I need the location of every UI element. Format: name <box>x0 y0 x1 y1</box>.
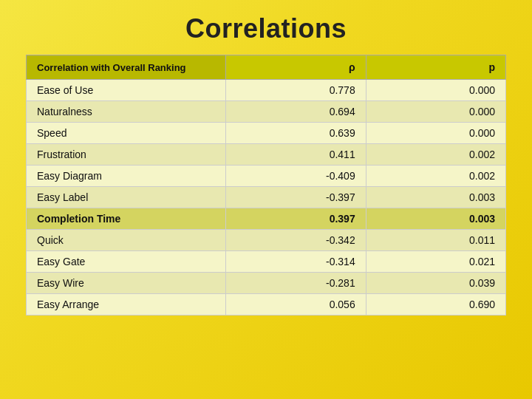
row-rho: -0.314 <box>226 251 366 273</box>
table-row: Easy Arrange0.0560.690 <box>27 294 506 316</box>
table-row: Completion Time0.3970.003 <box>27 208 506 230</box>
row-rho: -0.281 <box>226 273 366 294</box>
row-p: 0.000 <box>366 80 505 101</box>
table-row: Easy Wire-0.2810.039 <box>27 273 506 294</box>
row-p: 0.003 <box>366 187 505 208</box>
row-p: 0.000 <box>366 101 505 123</box>
row-label: Quick <box>27 230 226 251</box>
row-label: Ease of Use <box>27 80 226 101</box>
row-label: Easy Gate <box>27 251 226 273</box>
row-rho: 0.778 <box>226 80 366 101</box>
table-row: Easy Label-0.3970.003 <box>27 187 506 208</box>
table-row: Frustration0.4110.002 <box>27 144 506 166</box>
col-header-rho: ρ <box>226 55 366 80</box>
row-p: 0.021 <box>366 251 505 273</box>
row-p: 0.011 <box>366 230 505 251</box>
table-row: Ease of Use0.7780.000 <box>27 80 506 101</box>
row-rho: 0.411 <box>226 144 366 166</box>
table-row: Speed0.6390.000 <box>27 123 506 144</box>
table-row: Quick-0.3420.011 <box>27 230 506 251</box>
col-header-label: Correlation with Overall Ranking <box>27 55 226 80</box>
row-rho: 0.694 <box>226 101 366 123</box>
row-p: 0.039 <box>366 273 505 294</box>
row-label: Speed <box>27 123 226 144</box>
row-label: Naturalness <box>27 101 226 123</box>
row-rho: -0.409 <box>226 166 366 187</box>
row-rho: -0.342 <box>226 230 366 251</box>
row-rho: 0.639 <box>226 123 366 144</box>
page-title: Correlations <box>185 13 347 44</box>
table-row: Easy Gate-0.3140.021 <box>27 251 506 273</box>
row-label: Easy Wire <box>27 273 226 294</box>
row-rho: 0.056 <box>226 294 366 316</box>
row-p: 0.690 <box>366 294 505 316</box>
row-label: Frustration <box>27 144 226 166</box>
row-p: 0.002 <box>366 166 505 187</box>
correlations-table: Correlation with Overall Ranking ρ p Eas… <box>26 55 506 316</box>
row-p: 0.003 <box>366 208 505 230</box>
table-row: Naturalness0.6940.000 <box>27 101 506 123</box>
row-label: Easy Arrange <box>27 294 226 316</box>
row-rho: -0.397 <box>226 187 366 208</box>
row-p: 0.000 <box>366 123 505 144</box>
row-p: 0.002 <box>366 144 505 166</box>
row-label: Easy Diagram <box>27 166 226 187</box>
row-label: Easy Label <box>27 187 226 208</box>
row-rho: 0.397 <box>226 208 366 230</box>
col-header-p: p <box>366 55 505 80</box>
row-label: Completion Time <box>27 208 226 230</box>
table-row: Easy Diagram-0.4090.002 <box>27 166 506 187</box>
